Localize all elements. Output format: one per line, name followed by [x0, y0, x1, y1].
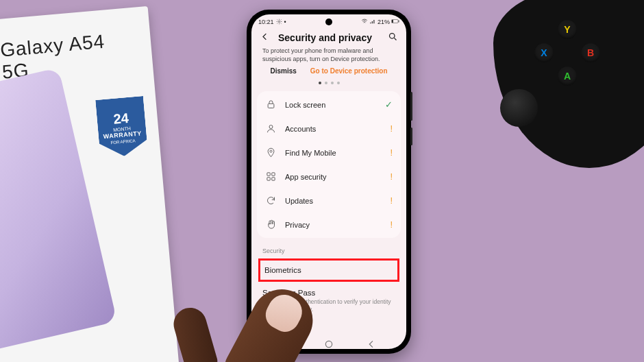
controller-x-button: X — [534, 43, 554, 62]
location-icon — [265, 147, 277, 158]
dot-icon — [325, 82, 327, 84]
wifi-icon — [361, 18, 368, 26]
page-title: Security and privacy — [278, 32, 380, 43]
item-label: Accounts — [285, 125, 382, 133]
biometrics-title: Biometrics — [264, 266, 393, 274]
controller-body: Y B X A — [493, 0, 644, 168]
dismiss-button[interactable]: Dismiss — [270, 67, 296, 75]
page-header: Security and privacy — [251, 27, 406, 47]
app-security-item[interactable]: App security ! — [257, 165, 401, 189]
controller-b-button: B — [581, 43, 600, 62]
warranty-badge: 24 MONTH WARRANTY FOR AFRICA — [95, 96, 148, 158]
back-button-nav[interactable] — [366, 339, 377, 349]
dot-icon — [331, 82, 334, 84]
goto-device-protection-link[interactable]: Go to Device protection — [310, 67, 388, 75]
home-button[interactable] — [323, 339, 334, 349]
app-grid-icon — [265, 171, 277, 182]
controller-a-button: A — [558, 67, 577, 86]
item-label: Lock screen — [285, 101, 377, 109]
box-product-title: Galaxy A54 5G — [0, 27, 140, 83]
warranty-region: FOR AFRICA — [110, 138, 135, 145]
svg-point-0 — [278, 21, 280, 22]
alert-icon: ! — [390, 195, 393, 206]
svg-rect-11 — [272, 178, 275, 180]
svg-point-12 — [325, 341, 332, 348]
updates-item[interactable]: Updates ! — [257, 189, 401, 213]
game-controller: Y B X A — [493, 0, 644, 168]
check-icon: ✓ — [385, 99, 393, 110]
status-bar-left: 10:21 • — [258, 19, 286, 26]
phone-power-button — [410, 128, 412, 145]
privacy-item[interactable]: Privacy ! — [257, 213, 401, 237]
protection-notice: To protect your phone from malware and s… — [251, 47, 406, 67]
settings-gear-icon — [276, 19, 282, 26]
svg-rect-3 — [399, 21, 399, 23]
svg-point-7 — [270, 150, 272, 152]
notification-dot-icon: • — [284, 19, 286, 25]
signal-icon — [369, 18, 376, 26]
page-indicator — [251, 80, 406, 91]
notice-actions: Dismiss Go to Device protection — [251, 67, 406, 80]
lock-icon — [265, 99, 277, 110]
svg-rect-2 — [392, 20, 393, 23]
biometrics-item[interactable]: Biometrics — [264, 266, 393, 274]
biometrics-highlight: Biometrics — [258, 258, 399, 282]
item-label: Find My Mobile — [285, 149, 382, 157]
controller-thumbstick — [500, 89, 538, 127]
thumbnail — [261, 289, 308, 337]
dot-icon — [337, 82, 340, 84]
battery-icon — [391, 19, 399, 25]
search-button[interactable] — [388, 32, 398, 44]
user-icon — [265, 123, 277, 134]
warranty-label: WARRANTY — [103, 130, 142, 140]
front-camera-icon — [325, 19, 332, 25]
controller-face-buttons: Y B X A — [534, 20, 599, 85]
alert-icon: ! — [390, 147, 393, 158]
accounts-item[interactable]: Accounts ! — [257, 117, 401, 141]
alert-icon: ! — [390, 219, 393, 230]
lock-screen-item[interactable]: Lock screen ✓ — [257, 93, 401, 117]
refresh-icon — [265, 195, 277, 206]
status-bar-right: 21% — [361, 18, 399, 26]
item-label: App security — [285, 173, 382, 181]
back-button[interactable] — [260, 32, 270, 44]
item-label: Privacy — [285, 221, 382, 229]
phone-volume-button — [410, 92, 412, 121]
item-label: Updates — [285, 197, 382, 205]
warranty-number: 24 — [113, 110, 129, 127]
svg-point-6 — [269, 125, 273, 129]
svg-rect-10 — [267, 178, 270, 180]
dot-icon — [319, 82, 321, 84]
alert-icon: ! — [390, 123, 393, 134]
svg-rect-8 — [267, 173, 270, 176]
security-section-header: Security — [251, 238, 406, 258]
hand-icon — [265, 219, 277, 230]
svg-point-4 — [390, 34, 395, 39]
svg-rect-5 — [268, 104, 274, 108]
status-time: 10:21 — [258, 19, 274, 25]
controller-y-button: Y — [558, 20, 577, 39]
alert-icon: ! — [390, 171, 393, 182]
battery-percent: 21% — [377, 19, 390, 25]
product-box: Galaxy A54 5G 24 MONTH WARRANTY FOR AFRI… — [0, 6, 180, 362]
security-dashboard-list: Lock screen ✓ Accounts ! Find My Mobile … — [257, 91, 401, 238]
find-my-mobile-item[interactable]: Find My Mobile ! — [257, 141, 401, 165]
svg-rect-9 — [272, 173, 275, 176]
